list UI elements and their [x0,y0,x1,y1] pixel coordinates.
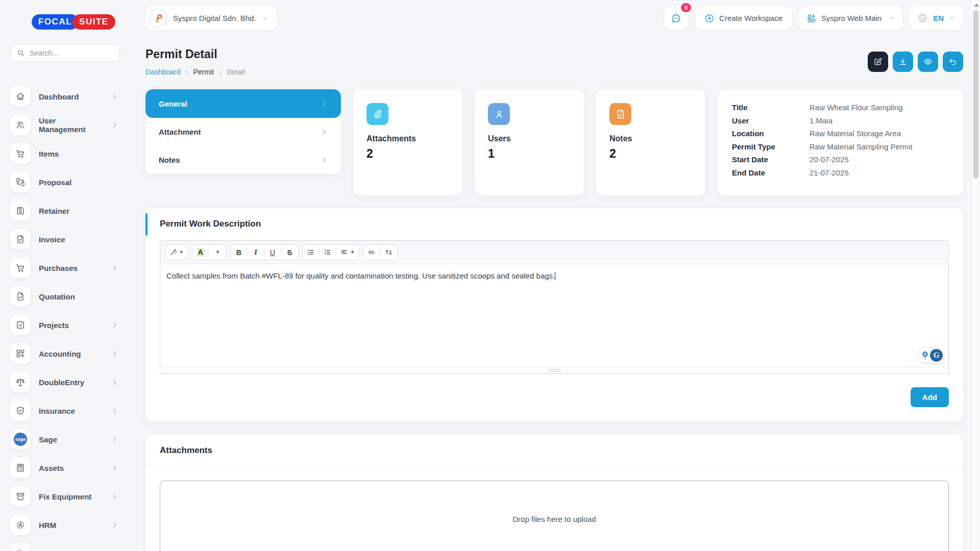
tab-general[interactable]: General [145,89,341,118]
sidebar-item-purchases[interactable]: Purchases [10,254,130,282]
sidebar-item-items[interactable]: Items [10,139,130,168]
sidebar-item-fix-equipment[interactable]: Fix Equipment [10,482,130,511]
sidebar-item-projects[interactable]: Projects [10,311,130,339]
style-magic-button[interactable]: ▼ [165,245,188,260]
edit-button[interactable] [868,52,888,72]
chevron-right-icon [111,350,118,357]
stat-value: 2 [609,147,692,161]
sidebar-search[interactable] [10,44,120,62]
page-scrollbar[interactable] [971,0,980,551]
editor-resize-handle[interactable] [160,367,948,373]
tab-notes[interactable]: Notes [145,146,341,174]
attachments-title: Attachments [145,435,963,467]
language-selector[interactable]: EN [910,6,963,30]
breadcrumb-detail: Detail [227,68,245,76]
italic-button[interactable]: I [248,245,264,260]
sidebar-item-retainer[interactable]: Retainer [10,196,130,225]
calculator-icon [10,458,31,478]
font-color-caret-button[interactable]: ▼ [209,245,226,260]
breadcrumb-dashboard[interactable]: Dashboard [145,68,181,76]
chat-icon [671,13,682,24]
editor-content[interactable]: Collect samples from Batch #WFL-89 for q… [160,264,948,367]
link-button[interactable] [363,245,380,260]
add-button[interactable]: Add [911,387,949,407]
sidebar-item-user-management[interactable]: User Management [10,111,130,139]
sidebar-item-doubleentry[interactable]: DoubleEntry [10,368,130,396]
bold-button[interactable]: B [231,245,248,260]
page-header: Permit Detail Dashboard › Permit › Detai… [145,47,963,76]
sidebar-item-sage[interactable]: sage Sage [10,425,130,454]
workspace-selector[interactable]: Syspro Web Main [799,6,902,30]
file-invoice-icon [10,229,31,249]
lightbulb-icon [920,350,930,361]
file-check-icon [10,286,31,307]
attachments-card: Attachments Drop files here to upload [145,435,963,551]
company-logo-icon [149,9,167,28]
detail-row: Location Raw Material Storage Area [732,129,949,138]
focus-user-icon [10,515,31,535]
paragraph-align-button[interactable]: ▼ [336,245,359,260]
unlink-button[interactable] [380,245,397,260]
unordered-list-button[interactable] [303,245,320,260]
scrollbar-thumb[interactable] [973,10,978,179]
topbar-right: 0 Create Workspace Syspro Web Main EN [665,6,963,30]
paperclip-icon [366,103,388,125]
download-button[interactable] [893,52,913,72]
chevron-right-icon [111,322,118,329]
page-actions [868,52,963,72]
detail-row: Permit Type Raw Material Sampling Permit [732,142,949,151]
sidebar-item-quotation[interactable]: Quotation [10,282,130,311]
users-icon [10,115,31,135]
app-logo: FOCAL SUITE [32,14,130,30]
company-selector[interactable]: Syspro Digital Sdn. Bhd. [145,6,277,30]
dropzone-text: Drop files here to upload [512,515,596,523]
list-numbers-icon [324,248,331,256]
chevron-right-icon [111,122,118,129]
tab-attachment[interactable]: Attachment [145,118,341,146]
preview-button[interactable] [918,52,938,72]
sidebar-item-assets[interactable]: Assets [10,454,130,482]
chevron-right-icon [321,129,328,135]
unlink-icon [385,248,393,256]
editor-toolbar: ▼ A ▼ B I U S [160,241,948,264]
stat-value: 2 [366,147,449,161]
chevron-right-icon [111,522,118,529]
grammarly-widget[interactable]: G [919,348,944,363]
sidebar-menu: Dashboard User Management Items Proposal… [10,82,130,551]
search-input[interactable] [30,49,113,57]
work-description-card: Permit Work Description ▼ A ▼ B I U [145,208,963,421]
breadcrumb-permit[interactable]: Permit [193,68,214,76]
sidebar-item-insurance[interactable]: Insurance [10,396,130,425]
sidebar-item-recruitment[interactable]: Recruitment [10,539,130,551]
file-dropzone[interactable]: Drop files here to upload [160,481,949,551]
ordered-list-button[interactable] [320,245,336,260]
user-plus-icon [10,543,31,551]
create-workspace-button[interactable]: Create Workspace [695,6,792,30]
sidebar-item-accounting[interactable]: Accounting [10,339,130,368]
apps-grid-icon [806,13,817,23]
underline-button[interactable]: U [264,245,281,260]
detail-row: Start Date 20-07-2025 [732,155,949,164]
detail-row: End Date 21-07-2025 [732,168,949,177]
chat-button[interactable]: 0 [665,6,688,30]
stat-card-notes: Notes 2 [596,89,705,195]
shield-check-icon [10,400,31,421]
checkbox-icon [10,315,31,335]
sidebar-item-hrm[interactable]: HRM [10,511,130,539]
chevron-right-icon [321,157,328,163]
strikethrough-button[interactable]: S [281,245,298,260]
sidebar: FOCAL SUITE Dashboard User Management It… [0,0,130,551]
archive-icon [10,486,31,507]
sidebar-item-proposal[interactable]: Proposal [10,168,130,196]
sidebar-item-dashboard[interactable]: Dashboard [10,82,130,111]
sidebar-item-invoice[interactable]: Invoice [10,225,130,254]
eye-icon [923,57,933,66]
stat-card-attachments: Attachments 2 [353,89,462,195]
chevron-right-icon [111,465,118,471]
back-button[interactable] [943,52,963,72]
logo-focal: FOCAL [32,14,79,30]
font-color-button[interactable]: A [192,245,209,260]
grammarly-icon: G [930,349,943,362]
cart-icon [10,258,31,278]
scrollbar-up-arrow[interactable] [974,3,979,7]
